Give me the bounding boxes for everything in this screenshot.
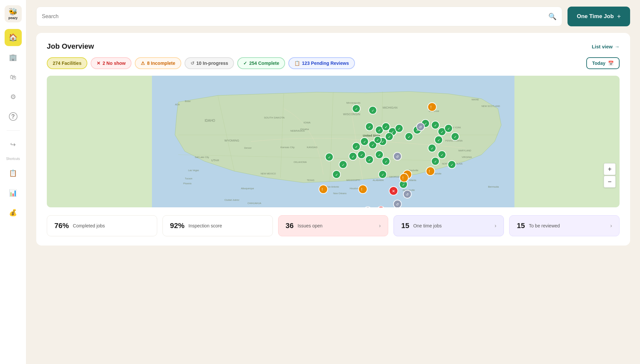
svg-text:IOWA: IOWA [304,121,311,124]
svg-text:Ciudad Juárez: Ciudad Juárez [224,199,240,201]
svg-text:✓: ✓ [388,135,391,139]
svg-text:✓: ✓ [355,107,358,111]
svg-text:SOUTH DAKOTA: SOUTH DAKOTA [264,116,285,119]
list-view-link[interactable]: List view → [592,44,620,49]
completed-jobs-label: Completed jobs [73,223,105,228]
nav-item-bag[interactable]: 🛍 [5,68,22,86]
svg-text:✓: ✓ [454,135,457,139]
filter-pending-reviews[interactable]: 📋 123 Pending Reviews [288,57,355,69]
zoom-out-button[interactable]: − [604,176,616,188]
pending-icon: 📋 [294,61,300,66]
search-icon[interactable]: 🔍 [548,13,557,20]
svg-text:↺: ↺ [396,155,399,159]
svg-text:✓: ✓ [385,125,388,129]
facilities-label: 274 Facilities [53,61,81,66]
nav-shortcut-1[interactable]: 📋 [5,165,22,182]
logo-icon: 🐝 [9,8,18,16]
logo-text: peazy [9,16,18,20]
shortcut2-icon: 📊 [9,189,17,197]
svg-text:Omaha: Omaha [300,128,309,131]
stats-bar: 76% Completed jobs 92% Inspection score … [47,215,620,236]
nav-item-logout[interactable]: ↪ [5,136,22,153]
svg-text:IDAHO: IDAHO [205,119,215,122]
svg-text:CHIHUAHUA: CHIHUAHUA [247,202,261,204]
overview-header: Job Overview List view → [47,42,620,51]
svg-text:✓: ✓ [381,140,384,144]
gear-icon: ⚙ [10,93,16,101]
logo[interactable]: 🐝 peazy [5,5,22,22]
help-icon: ? [9,112,17,121]
svg-text:San Antonio: San Antonio [327,186,339,188]
nav-shortcut-3[interactable]: 💰 [5,204,22,221]
svg-text:VIRGINIA: VIRGINIA [462,156,472,158]
stat-inspection-score: 92% Inspection score [162,215,273,236]
nav-shortcut-2[interactable]: 📊 [5,184,22,201]
filter-in-progress[interactable]: ↺ 10 In-progress [185,57,234,69]
overview-card: Job Overview List view → 274 Facilities … [36,33,630,246]
logout-icon: ↪ [10,141,16,148]
shortcuts-label: Shortcuts [6,157,20,161]
svg-text:!: ! [429,169,430,174]
issues-arrow-icon: › [379,223,381,229]
map-svg: IDAHO WYOMING UTAH SOUTH DAKOTA NEBRASKA… [47,76,620,207]
svg-text:✓: ✓ [371,143,374,147]
svg-text:✓: ✓ [431,146,434,150]
today-button[interactable]: Today 📅 [586,57,620,69]
stat-one-time-jobs[interactable]: 15 One time jobs › [393,215,504,236]
filter-incomplete[interactable]: ⚠ 8 Incomplete [135,57,181,69]
svg-text:GEORGIA: GEORGIA [389,176,400,178]
svg-text:Kansas City: Kansas City [280,146,295,149]
filter-no-show[interactable]: ✕ 2 No show [91,57,131,69]
svg-point-127 [359,185,367,194]
inspection-score-label: Inspection score [189,223,222,228]
stat-issues-open[interactable]: 36 Issues open › [278,215,389,236]
svg-text:Atlanta: Atlanta [409,179,416,181]
svg-text:✓: ✓ [342,163,345,167]
search-bar: 🔍 [36,7,562,26]
svg-text:ALABAMA: ALABAMA [373,179,384,181]
svg-text:✓: ✓ [376,138,379,142]
svg-text:✕: ✕ [392,189,395,194]
incomplete-icon: ⚠ [141,61,145,66]
nav-item-help[interactable]: ? [5,108,22,125]
one-time-job-button[interactable]: One Time Job + [567,7,630,26]
incomplete-label: 8 Incomplete [147,61,175,66]
sidebar-divider [7,130,20,131]
no-show-label: 2 No show [102,61,126,66]
nav-item-settings[interactable]: ⚙ [5,88,22,105]
svg-text:✓: ✓ [360,153,363,157]
svg-text:✓: ✓ [408,135,411,139]
svg-text:✓: ✓ [424,122,427,126]
svg-text:Denver: Denver [244,147,252,149]
svg-text:New Orleans: New Orleans [333,192,347,195]
in-progress-icon: ↺ [190,61,194,66]
svg-text:✓: ✓ [335,173,338,177]
svg-text:✓: ✓ [437,138,440,142]
svg-text:Phoenix: Phoenix [183,182,192,185]
calendar-icon: 📅 [608,61,614,66]
filter-bar: 274 Facilities ✕ 2 No show ⚠ 8 Incomplet… [47,57,620,69]
svg-point-123 [426,167,435,175]
nav-item-building[interactable]: 🏢 [5,49,22,66]
svg-text:Boise: Boise [185,100,191,102]
svg-text:TEXAS: TEXAS [307,179,314,181]
filter-complete[interactable]: ✓ 254 Complete [237,57,285,69]
svg-text:✓: ✓ [398,127,401,131]
stat-to-be-reviewed[interactable]: 15 To be reviewed › [509,215,620,236]
search-input[interactable] [42,13,548,19]
home-icon: 🏠 [9,33,17,42]
svg-text:✓: ✓ [402,183,405,187]
svg-text:MISSISSIPPI: MISSISSIPPI [346,179,360,181]
svg-text:✓: ✓ [385,160,388,164]
today-label: Today [592,61,605,66]
svg-text:✓: ✓ [378,128,381,132]
svg-text:↺: ↺ [419,125,422,129]
zoom-in-button[interactable]: + [604,163,616,175]
svg-text:Las Vegas: Las Vegas [188,169,199,172]
shortcut3-icon: 💰 [9,209,17,217]
nav-item-home[interactable]: 🏠 [5,29,22,46]
svg-text:Salt Lake City: Salt Lake City [195,156,209,159]
filter-facilities[interactable]: 274 Facilities [47,57,87,69]
svg-point-121 [428,103,436,111]
svg-text:✓: ✓ [441,153,444,157]
